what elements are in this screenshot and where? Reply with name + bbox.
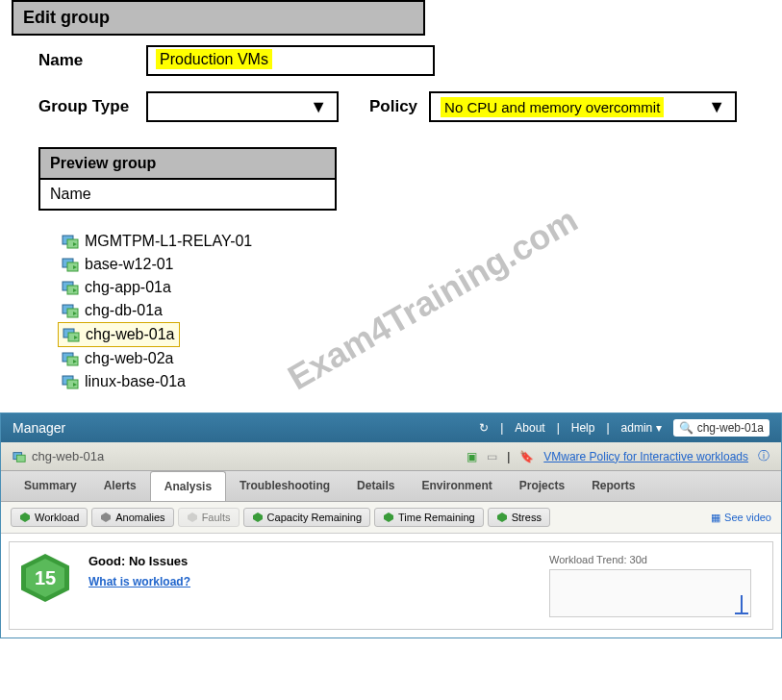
about-link[interactable]: About (515, 421, 544, 435)
capacity-icon (252, 512, 264, 523)
manager-panel: Manager ↻ | About | Help | admin ▾ 🔍 chg… (0, 412, 782, 638)
subtab-label: Anomalies (115, 512, 164, 523)
tab-environment[interactable]: Environment (408, 471, 505, 501)
edit-group-header: Edit group (12, 0, 425, 36)
svg-marker-20 (384, 512, 393, 522)
preview-group-table: Preview group Name (38, 147, 337, 211)
trend-chart (549, 569, 751, 617)
svg-marker-16 (20, 512, 30, 522)
tabs-bar: SummaryAlertsAnalysisTroubleshootingDeta… (1, 471, 781, 502)
vm-icon (62, 302, 79, 319)
vm-icon (63, 326, 80, 343)
svg-rect-15 (16, 455, 25, 462)
help-link[interactable]: Help (571, 421, 595, 435)
subtab-label: Workload (35, 512, 79, 523)
policy-label: Policy (369, 97, 417, 116)
vm-list-item[interactable]: chg-web-01a (58, 322, 180, 347)
svg-marker-21 (497, 512, 507, 522)
what-is-workload-link[interactable]: What is workload? (88, 575, 190, 588)
policy-link[interactable]: VMware Policy for Interactive workloads (543, 450, 748, 463)
admin-menu[interactable]: admin ▾ (621, 421, 662, 435)
preview-column-name: Name (40, 180, 335, 209)
subtab-label: Capacity Remaining (267, 512, 362, 523)
object-actions: ▣ ▭ | 🔖 VMware Policy for Interactive wo… (467, 448, 769, 464)
vm-name: chg-web-02a (85, 350, 174, 367)
tab-details[interactable]: Details (343, 471, 408, 501)
vm-icon (62, 233, 79, 250)
subtab-stress[interactable]: Stress (488, 508, 550, 527)
chevron-down-icon: ▼ (708, 97, 725, 117)
svg-rect-1 (67, 239, 78, 248)
vm-name: linux-base-01a (85, 373, 186, 390)
vm-name: base-w12-01 (85, 256, 174, 273)
anomalies-icon (100, 512, 112, 523)
object-bar: chg-web-01a ▣ ▭ | 🔖 VMware Policy for In… (1, 442, 781, 471)
vm-list-item[interactable]: linux-base-01a (58, 370, 782, 393)
subtab-capacity[interactable]: Capacity Remaining (243, 508, 370, 527)
vm-name: chg-db-01a (85, 302, 163, 319)
search-input[interactable]: 🔍 chg-web-01a (673, 419, 769, 437)
vm-name: chg-web-01a (86, 326, 175, 343)
refresh-icon[interactable]: ↻ (479, 421, 489, 435)
health-badge: 15 (21, 554, 69, 602)
svg-rect-7 (67, 309, 78, 317)
info-icon[interactable]: ⓘ (758, 448, 769, 464)
vm-icon (62, 279, 79, 296)
time-icon (383, 512, 394, 523)
manager-header: Manager ↻ | About | Help | admin ▾ 🔍 chg… (1, 413, 781, 442)
subtab-label: Faults (202, 512, 231, 523)
vm-list-item[interactable]: MGMTPM-L1-RELAY-01 (58, 230, 782, 253)
vm-icon (13, 450, 26, 463)
see-video-link[interactable]: ▦ See video (711, 508, 771, 527)
vm-icon (62, 373, 79, 390)
svg-rect-11 (67, 357, 78, 365)
trend-label: Workload Trend: 30d (549, 554, 761, 565)
tab-troubleshooting[interactable]: Troubleshooting (226, 471, 343, 501)
policy-select[interactable]: No CPU and memory overcommit ▼ (429, 91, 737, 122)
chevron-down-icon: ▼ (310, 97, 327, 117)
object-breadcrumb: chg-web-01a (13, 449, 104, 463)
tab-projects[interactable]: Projects (506, 471, 578, 501)
search-icon: 🔍 (679, 421, 694, 435)
vm-list-item[interactable]: chg-app-01a (58, 276, 782, 299)
policy-value: No CPU and memory overcommit (441, 97, 664, 117)
name-value: Production VMs (156, 49, 272, 69)
subtab-time[interactable]: Time Remaining (374, 508, 484, 527)
stress-icon (496, 512, 508, 523)
workload-icon (19, 512, 31, 523)
svg-rect-9 (68, 333, 79, 341)
action-icon-1[interactable]: ▣ (467, 450, 477, 463)
vm-list-item[interactable]: chg-web-02a (58, 347, 782, 370)
tab-analysis[interactable]: Analysis (150, 471, 226, 501)
svg-marker-19 (253, 512, 263, 522)
svg-marker-18 (188, 512, 197, 522)
vm-list: MGMTPM-L1-RELAY-01base-w12-01chg-app-01a… (58, 230, 782, 393)
subtab-label: Stress (512, 512, 542, 523)
subtab-workload[interactable]: Workload (11, 508, 88, 527)
subtabs-bar: WorkloadAnomaliesFaultsCapacity Remainin… (1, 502, 781, 534)
subtab-anomalies[interactable]: Anomalies (91, 508, 173, 527)
action-icon-3[interactable]: 🔖 (519, 450, 534, 463)
type-policy-row: Group Type ▼ Policy No CPU and memory ov… (38, 91, 744, 122)
edit-group-form: Name Production VMs Group Type ▼ Policy … (0, 36, 782, 147)
name-row: Name Production VMs (38, 45, 744, 76)
subtabs-left: WorkloadAnomaliesFaultsCapacity Remainin… (11, 508, 550, 527)
subtab-faults: Faults (178, 508, 240, 527)
group-type-select[interactable]: ▼ (146, 91, 339, 122)
manager-header-actions: ↻ | About | Help | admin ▾ 🔍 chg-web-01a (479, 419, 769, 437)
vm-list-item[interactable]: chg-db-01a (58, 299, 782, 322)
video-icon: ▦ (711, 512, 720, 524)
name-input[interactable]: Production VMs (146, 45, 435, 76)
tab-alerts[interactable]: Alerts (90, 471, 150, 501)
svg-rect-5 (67, 286, 78, 294)
trend-sparkline-v (741, 595, 743, 614)
vm-list-item[interactable]: base-w12-01 (58, 253, 782, 276)
tab-summary[interactable]: Summary (11, 471, 90, 501)
group-type-label: Group Type (38, 97, 135, 116)
search-value: chg-web-01a (697, 421, 764, 435)
tab-reports[interactable]: Reports (578, 471, 648, 501)
svg-rect-3 (67, 262, 78, 271)
vm-name: MGMTPM-L1-RELAY-01 (85, 233, 252, 250)
status-title: Good: No Issues (88, 554, 190, 568)
action-icon-2[interactable]: ▭ (487, 450, 497, 463)
